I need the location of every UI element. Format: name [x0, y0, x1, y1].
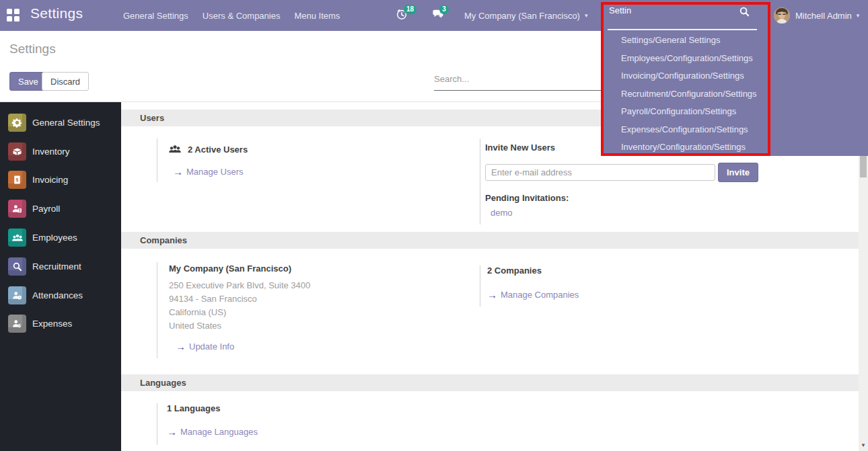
manage-companies-link[interactable]: → Manage Companies [487, 290, 762, 300]
discard-button[interactable]: Discard [42, 72, 89, 91]
address-line: California (US) [169, 306, 439, 319]
invoice-icon: $ [8, 171, 26, 189]
search-result-item[interactable]: Employees/Configuration/Settings [601, 50, 776, 68]
section-header-companies: Companies [121, 232, 859, 249]
messages-systray[interactable]: 3 [431, 6, 451, 25]
company-switcher[interactable]: My Company (San Francisco) ▾ [464, 0, 587, 31]
user-avatar [774, 7, 790, 24]
invite-button[interactable]: Invite [718, 163, 758, 182]
menu-search-results: Settings/General Settings Employees/Conf… [601, 32, 776, 157]
activity-count-badge: 18 [404, 5, 417, 14]
pending-invitations-label: Pending Invitations: [485, 193, 776, 203]
address-line: United States [169, 319, 439, 333]
search-result-item[interactable]: Invoicing/Configuration/Settings [601, 67, 776, 85]
sidebar-item-inventory[interactable]: Inventory [0, 137, 121, 166]
sidebar-item-label: Attendances [32, 290, 83, 300]
app-brand-title[interactable]: Settings [30, 5, 83, 22]
invite-email-field[interactable] [485, 164, 715, 181]
users-group-icon [168, 142, 182, 156]
box-icon [8, 142, 26, 161]
search-input-underline [608, 29, 757, 30]
apps-menu-icon[interactable] [7, 9, 20, 22]
address-line: 94134 - San Francisco [169, 292, 439, 306]
search-result-item[interactable]: Expenses/Configuration/Settings [601, 121, 776, 139]
menu-search-input[interactable] [609, 5, 744, 15]
pending-user-link[interactable]: demo [485, 208, 776, 218]
sidebar-item-invoicing[interactable]: $ Invoicing [0, 166, 121, 195]
company-info-block: My Company (San Francisco) 250 Executive… [157, 262, 439, 358]
sidebar-item-employees[interactable]: Employees [0, 223, 121, 252]
sidebar-item-label: Employees [32, 233, 77, 243]
messages-count-badge: 3 [439, 5, 449, 14]
search-result-item[interactable]: Recruitment/Configuration/Settings [601, 85, 776, 104]
search-result-item[interactable]: Payroll/Configuration/Settings [601, 103, 776, 121]
scrollbar-down-arrow[interactable]: ▼ [859, 442, 868, 449]
settings-sidebar: General Settings Inventory $ Invoicing $… [0, 102, 121, 451]
address-line: 250 Executive Park Blvd, Suite 3400 [169, 279, 439, 292]
scrollbar-thumb[interactable] [860, 156, 867, 177]
settings-search-box [434, 70, 601, 91]
companies-count-block: 2 Companies → Manage Companies [480, 265, 762, 306]
svg-text:$: $ [16, 177, 19, 183]
arrow-right-icon: → [176, 342, 186, 351]
company-name: My Company (San Francisco) [169, 263, 439, 274]
languages-block: 1 Languages → Manage Languages [157, 403, 439, 445]
sidebar-item-label: General Settings [32, 118, 100, 128]
svg-text:$: $ [19, 209, 21, 212]
nav-item-users-companies[interactable]: Users & Companies [203, 11, 281, 21]
nav-item-menu-items[interactable]: Menu Items [294, 11, 340, 21]
gear-icon [8, 114, 26, 132]
active-users-count: 2 Active Users [188, 145, 248, 155]
sidebar-item-general-settings[interactable]: General Settings [0, 108, 121, 137]
update-info-link[interactable]: → Update Info [176, 341, 439, 352]
chevron-down-icon: ▾ [585, 12, 588, 19]
attendance-icon [8, 286, 26, 304]
nav-item-general-settings[interactable]: General Settings [123, 11, 188, 21]
search-icon[interactable] [739, 6, 750, 17]
settings-search-input[interactable] [434, 70, 601, 84]
payroll-icon: $ [8, 200, 26, 218]
recruitment-icon [8, 257, 26, 276]
company-address: 250 Executive Park Blvd, Suite 3400 9413… [169, 279, 439, 333]
arrow-right-icon: → [487, 290, 497, 299]
sidebar-item-recruitment[interactable]: Recruitment [0, 252, 121, 281]
sidebar-item-expenses[interactable]: $ Expenses [0, 310, 121, 339]
sidebar-item-label: Payroll [32, 204, 60, 214]
navbar-menu: General Settings Users & Companies Menu … [123, 0, 340, 31]
chevron-down-icon: ▾ [857, 12, 860, 19]
sidebar-item-payroll[interactable]: $ Payroll [0, 194, 121, 223]
sidebar-item-label: Invoicing [32, 175, 68, 185]
sidebar-item-label: Expenses [32, 319, 72, 329]
expenses-icon: $ [8, 315, 26, 333]
arrow-right-icon: → [173, 167, 183, 176]
employees-icon [8, 229, 26, 247]
activity-systray[interactable]: 18 [396, 6, 416, 25]
svg-text:$: $ [18, 324, 21, 329]
user-name-label: Mitchell Admin [795, 11, 852, 21]
manage-languages-link[interactable]: → Manage Languages [167, 427, 439, 437]
odoo-settings-screen: Settings General Settings Users & Compan… [0, 0, 868, 451]
breadcrumb: Settings [9, 42, 56, 56]
languages-count: 1 Languages [167, 403, 439, 413]
companies-count: 2 Companies [487, 265, 762, 276]
section-header-languages: Languages [121, 374, 859, 391]
company-switcher-label: My Company (San Francisco) [464, 11, 580, 21]
search-result-item[interactable]: Inventory/Configuration/Settings [601, 138, 776, 157]
arrow-right-icon: → [167, 427, 177, 436]
active-users-block: 2 Active Users → Manage Users [157, 138, 439, 182]
user-menu[interactable]: Mitchell Admin ▾ [774, 0, 859, 31]
search-result-item[interactable]: Settings/General Settings [601, 32, 776, 50]
sidebar-item-label: Recruitment [32, 261, 81, 272]
sidebar-item-label: Inventory [32, 147, 70, 157]
sidebar-item-attendances[interactable]: Attendances [0, 281, 121, 310]
manage-users-link[interactable]: → Manage Users [173, 167, 439, 177]
